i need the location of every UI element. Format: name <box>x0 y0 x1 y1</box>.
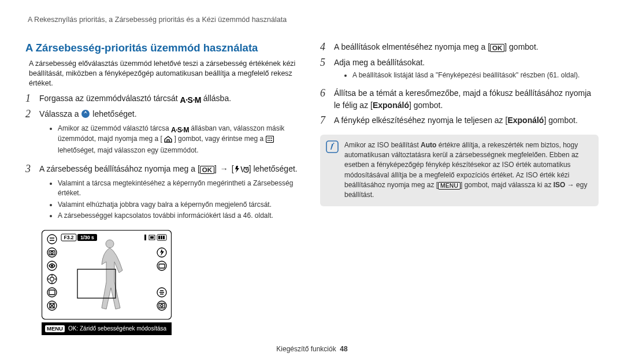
note-fragment: ] gombot, majd válassza ki az <box>460 181 554 189</box>
mode-asm-icon: A·S·M <box>180 96 201 104</box>
step-text: állásba. <box>203 94 231 103</box>
step-6: 6 Állítsa be a témát a keresőmezőbe, maj… <box>320 87 599 111</box>
manual-page: A Rekesznyílás prioritás, a Zársebesség … <box>0 0 624 364</box>
svg-rect-1 <box>266 136 273 142</box>
content-columns: A Zársebesség-prioritás üzemmód használa… <box>25 38 599 340</box>
step-number: 1 <box>25 92 39 105</box>
svg-point-6 <box>269 140 270 141</box>
preview-caption-bar: MENU OK: Záridő sebességének módosítása <box>42 322 172 335</box>
step-body: Válassza a lehetőséget. Amikor az üzemmó… <box>39 108 304 159</box>
note-auto: Auto <box>421 141 436 149</box>
preview-caption-text: OK: Záridő sebességének módosítása <box>68 325 166 333</box>
step-text: ] gombot. <box>504 42 538 51</box>
step-body: Állítsa be a témát a keresőmezőbe, majd … <box>334 87 599 111</box>
step-text: A zársebesség beállításához nyomja meg a… <box>39 164 200 173</box>
step-text: Forgassa az üzemmódválasztó tárcsát <box>39 94 180 103</box>
menu-chip-icon: MENU <box>45 325 65 332</box>
note-text: Amikor az üzemmód választó tárcsa <box>58 124 171 132</box>
mode-palette-icon <box>266 136 274 146</box>
svg-point-43 <box>106 240 114 248</box>
footer-label: Kiegészítő funkciók <box>276 345 336 353</box>
svg-rect-22 <box>161 236 162 239</box>
section-title: A Zársebesség-prioritás üzemmód használa… <box>25 41 304 55</box>
steps-left: 1 Forgassa az üzemmódválasztó tárcsát A·… <box>25 92 304 224</box>
ok-button-icon: OK <box>490 44 504 52</box>
step-note: Valamint a tárcsa megtekintéséhez a képe… <box>58 179 304 199</box>
svg-point-3 <box>269 138 270 139</box>
svg-rect-19 <box>150 236 154 239</box>
step-notes: A beállítások listáját lásd a "Fényképez… <box>344 70 599 80</box>
svg-rect-23 <box>163 236 165 239</box>
svg-line-12 <box>244 167 245 168</box>
step-text: Válassza a <box>39 109 81 118</box>
flash-timer-icon <box>234 165 249 176</box>
step-body: Forgassa az üzemmódválasztó tárcsát A·S·… <box>39 92 304 104</box>
arrow-icon: → <box>220 164 228 173</box>
breadcrumb: A Rekesznyílás prioritás, a Zársebesség … <box>25 15 599 25</box>
step-notes: Amikor az üzemmód választó tárcsa A·S·M … <box>50 124 304 155</box>
svg-point-5 <box>268 140 269 141</box>
step-body: A fénykép elkészítéséhez nyomja le telje… <box>334 114 599 126</box>
step-7: 7 A fénykép elkészítéséhez nyomja le tel… <box>320 114 599 127</box>
step-body: A beállítások elmentéséhez nyomja meg a … <box>334 41 599 53</box>
note-text: Amikor az ISO beállítást Auto értékre ál… <box>344 140 592 200</box>
svg-rect-17 <box>144 235 146 240</box>
svg-point-46 <box>333 142 334 143</box>
right-column: 4 A beállítások elmentéséhez nyomja meg … <box>320 38 599 340</box>
shutter-priority-mode-icon <box>81 109 90 121</box>
shutter-bold: Exponáló <box>373 101 409 110</box>
step-text: A fénykép elkészítéséhez nyomja le telje… <box>334 116 507 125</box>
ok-button-icon: OK <box>200 166 214 174</box>
home-icon <box>164 136 172 146</box>
page-footer: Kiegészítő funkciók 48 <box>25 340 599 354</box>
note-text: lehetőséget, majd válasszon egy üzemmódo… <box>58 146 198 154</box>
step-text: ] gombot. <box>409 101 443 110</box>
left-column: A Zársebesség-prioritás üzemmód használa… <box>25 38 304 340</box>
step-3: 3 A zársebesség beállításához nyomja meg… <box>25 163 304 225</box>
svg-line-13 <box>247 167 248 168</box>
step-text: ] lehetőséget. <box>249 164 298 173</box>
step-text: lehetőséget. <box>92 109 136 118</box>
info-icon <box>326 140 340 156</box>
step-body: A zársebesség beállításához nyomja meg a… <box>39 163 304 225</box>
step-1: 1 Forgassa az üzemmódválasztó tárcsát A·… <box>25 92 304 105</box>
camera-preview-svg: F3.2 1/30 s <box>42 230 172 320</box>
step-number: 6 <box>320 87 334 99</box>
camera-preview-illustration: F3.2 1/30 s <box>42 230 172 335</box>
step-number: 4 <box>320 41 334 53</box>
note-iso: ISO <box>554 181 566 189</box>
info-note: Amikor az ISO beállítást Auto értékre ál… <box>320 135 599 206</box>
step-body: Adja meg a beállításokat. A beállítások … <box>334 57 599 84</box>
step-note: Valamint elhúzhatja jobbra vagy balra a … <box>58 200 304 210</box>
svg-point-7 <box>271 140 272 141</box>
step-number: 7 <box>320 114 334 127</box>
step-2: 2 Válassza a lehetőséget. Ami <box>25 108 304 159</box>
note-fragment: Amikor az ISO beállítást <box>344 141 421 149</box>
shutter-value: 1/30 s <box>80 235 94 240</box>
svg-line-8 <box>241 166 243 172</box>
aperture-value: F3.2 <box>64 235 73 240</box>
step-number: 3 <box>25 163 39 175</box>
footer-page-number: 48 <box>340 345 347 353</box>
intro-paragraph: A zársebesség előválasztás üzemmód lehet… <box>25 59 304 88</box>
step-number: 5 <box>320 57 334 69</box>
step-4: 4 A beállítások elmentéséhez nyomja meg … <box>320 41 599 53</box>
step-note: A beállítások listáját lásd a "Fényképez… <box>352 70 599 80</box>
svg-point-4 <box>271 138 272 139</box>
step-note: Amikor az üzemmód választó tárcsa A·S·M … <box>58 124 304 155</box>
step-text: ] gombot. <box>544 116 577 125</box>
step-text: A beállítások elmentéséhez nyomja meg a … <box>334 42 490 51</box>
shutter-bold: Exponáló <box>507 116 544 125</box>
step-text: Adja meg a beállításokat. <box>334 58 425 67</box>
note-text: ] gombot, vagy érintse meg a <box>174 135 265 143</box>
menu-button-icon: MENU <box>438 182 460 190</box>
svg-rect-21 <box>158 236 160 239</box>
mode-asm-icon: A·S·M <box>171 127 189 133</box>
steps-right: 4 A beállítások elmentéséhez nyomja meg … <box>320 41 599 127</box>
step-5: 5 Adja meg a beállításokat. A beállításo… <box>320 57 599 84</box>
step-note: A zársebességgel kapcsolatos további inf… <box>58 211 304 221</box>
step-notes: Valamint a tárcsa megtekintéséhez a képe… <box>50 179 304 221</box>
svg-point-29 <box>51 265 53 267</box>
svg-point-2 <box>268 138 269 139</box>
step-number: 2 <box>25 108 39 120</box>
